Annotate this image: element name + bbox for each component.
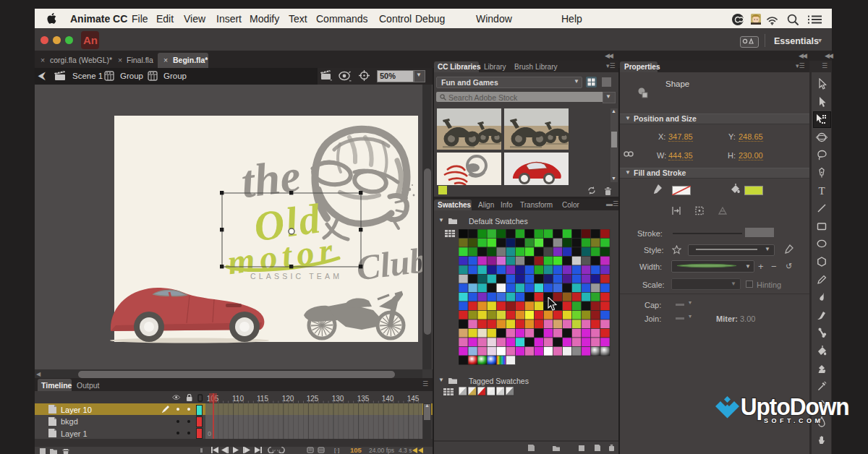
svg-text:T: T (818, 185, 825, 197)
svg-text:SOFT.COM: SOFT.COM (764, 417, 824, 424)
svg-text:CLASSIC TEAM: CLASSIC TEAM (250, 272, 342, 280)
svg-text:Club: Club (354, 240, 430, 288)
